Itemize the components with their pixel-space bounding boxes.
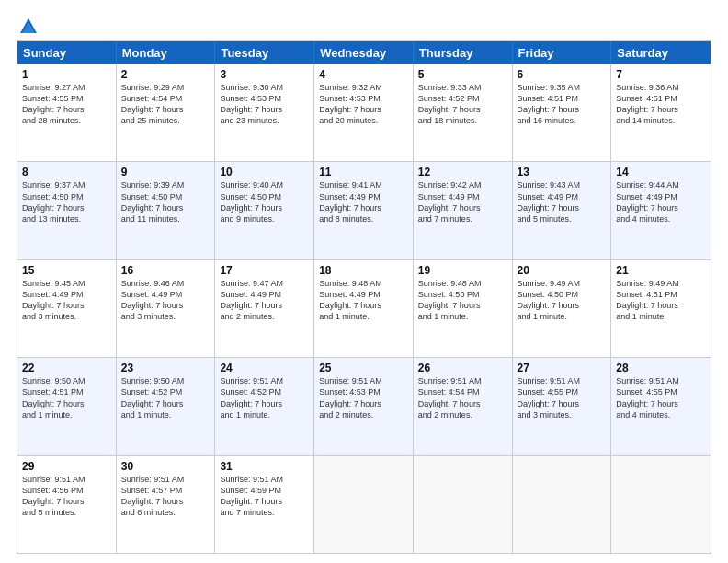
cell-line-2: Daylight: 7 hours xyxy=(121,399,184,408)
cell-line-0: Sunrise: 9:30 AM xyxy=(220,83,283,92)
cell-line-3: and 2 minutes. xyxy=(418,410,472,419)
day-cell-16: 16Sunrise: 9:46 AMSunset: 4:49 PMDayligh… xyxy=(117,260,216,357)
cell-info: Sunrise: 9:51 AMSunset: 4:55 PMDaylight:… xyxy=(616,375,706,420)
day-cell-18: 18Sunrise: 9:48 AMSunset: 4:49 PMDayligh… xyxy=(314,260,414,357)
cell-line-0: Sunrise: 9:27 AM xyxy=(22,83,85,92)
cell-info: Sunrise: 9:51 AMSunset: 4:54 PMDaylight:… xyxy=(418,375,507,420)
day-number: 11 xyxy=(319,166,408,178)
cell-line-1: Sunset: 4:51 PM xyxy=(518,94,579,103)
calendar-row-4: 22Sunrise: 9:50 AMSunset: 4:51 PMDayligh… xyxy=(17,358,711,455)
cell-line-0: Sunrise: 9:39 AM xyxy=(121,180,185,190)
day-cell-30: 30Sunrise: 9:51 AMSunset: 4:57 PMDayligh… xyxy=(117,456,216,553)
cell-line-3: and 3 minutes. xyxy=(22,312,76,321)
cell-line-1: Sunset: 4:49 PM xyxy=(22,290,84,299)
cell-line-3: and 8 minutes. xyxy=(319,214,373,224)
cell-line-2: Daylight: 7 hours xyxy=(319,203,381,213)
cell-line-2: Daylight: 7 hours xyxy=(22,399,85,408)
cell-line-0: Sunrise: 9:51 AM xyxy=(220,376,283,385)
day-number: 5 xyxy=(418,68,507,81)
cell-line-1: Sunset: 4:55 PM xyxy=(22,94,84,103)
day-cell-24: 24Sunrise: 9:51 AMSunset: 4:52 PMDayligh… xyxy=(215,358,314,454)
day-number: 28 xyxy=(616,362,706,374)
cell-line-1: Sunset: 4:53 PM xyxy=(220,94,281,103)
day-cell-6: 6Sunrise: 9:35 AMSunset: 4:51 PMDaylight… xyxy=(513,64,612,161)
calendar-row-1: 1Sunrise: 9:27 AMSunset: 4:55 PMDaylight… xyxy=(17,64,711,162)
calendar-row-2: 8Sunrise: 9:37 AMSunset: 4:50 PMDaylight… xyxy=(17,162,711,259)
cell-line-1: Sunset: 4:53 PM xyxy=(319,94,381,103)
cell-info: Sunrise: 9:51 AMSunset: 4:53 PMDaylight:… xyxy=(319,375,408,420)
cell-info: Sunrise: 9:50 AMSunset: 4:52 PMDaylight:… xyxy=(121,375,210,420)
cell-line-1: Sunset: 4:59 PM xyxy=(220,486,281,495)
header-day-sunday: Sunday xyxy=(17,41,117,64)
cell-info: Sunrise: 9:39 AMSunset: 4:50 PMDaylight:… xyxy=(121,179,210,224)
cell-line-2: Daylight: 7 hours xyxy=(22,497,85,506)
cell-line-3: and 3 minutes. xyxy=(518,410,572,419)
cell-line-0: Sunrise: 9:45 AM xyxy=(22,279,85,288)
cell-line-0: Sunrise: 9:42 AM xyxy=(418,180,482,190)
cell-info: Sunrise: 9:44 AMSunset: 4:49 PMDaylight:… xyxy=(616,179,706,224)
day-number: 31 xyxy=(220,460,309,473)
day-number: 30 xyxy=(121,460,210,473)
day-cell-8: 8Sunrise: 9:37 AMSunset: 4:50 PMDaylight… xyxy=(17,162,117,259)
cell-info: Sunrise: 9:48 AMSunset: 4:49 PMDaylight:… xyxy=(319,278,408,323)
cell-line-2: Daylight: 7 hours xyxy=(220,203,282,213)
day-cell-15: 15Sunrise: 9:45 AMSunset: 4:49 PMDayligh… xyxy=(17,260,117,357)
cell-line-2: Daylight: 7 hours xyxy=(319,399,381,408)
cell-info: Sunrise: 9:27 AMSunset: 4:55 PMDaylight:… xyxy=(22,82,111,127)
cell-line-0: Sunrise: 9:37 AM xyxy=(22,180,85,190)
cell-line-1: Sunset: 4:54 PM xyxy=(121,94,183,103)
cell-info: Sunrise: 9:36 AMSunset: 4:51 PMDaylight:… xyxy=(616,82,706,127)
day-cell-31: 31Sunrise: 9:51 AMSunset: 4:59 PMDayligh… xyxy=(215,456,314,553)
day-number: 21 xyxy=(616,264,706,277)
cell-info: Sunrise: 9:45 AMSunset: 4:49 PMDaylight:… xyxy=(22,278,111,323)
cell-info: Sunrise: 9:51 AMSunset: 4:52 PMDaylight:… xyxy=(220,375,309,420)
cell-line-0: Sunrise: 9:51 AM xyxy=(319,376,382,385)
cell-line-0: Sunrise: 9:46 AM xyxy=(121,279,185,288)
cell-line-2: Daylight: 7 hours xyxy=(121,497,184,506)
cell-line-3: and 4 minutes. xyxy=(616,410,670,419)
cell-line-0: Sunrise: 9:32 AM xyxy=(319,83,382,92)
day-number: 8 xyxy=(22,166,111,178)
cell-line-1: Sunset: 4:57 PM xyxy=(121,486,183,495)
cell-line-2: Daylight: 7 hours xyxy=(22,301,85,310)
cell-info: Sunrise: 9:51 AMSunset: 4:56 PMDaylight:… xyxy=(22,474,111,519)
day-cell-9: 9Sunrise: 9:39 AMSunset: 4:50 PMDaylight… xyxy=(117,162,216,259)
cell-info: Sunrise: 9:51 AMSunset: 4:59 PMDaylight:… xyxy=(220,474,309,519)
day-number: 20 xyxy=(518,264,607,277)
cell-line-3: and 28 minutes. xyxy=(22,116,81,125)
cell-line-2: Daylight: 7 hours xyxy=(518,203,580,213)
cell-line-0: Sunrise: 9:29 AM xyxy=(121,83,185,92)
cell-info: Sunrise: 9:35 AMSunset: 4:51 PMDaylight:… xyxy=(518,82,607,127)
cell-line-3: and 13 minutes. xyxy=(22,214,81,224)
cell-info: Sunrise: 9:51 AMSunset: 4:55 PMDaylight:… xyxy=(518,375,607,420)
cell-line-2: Daylight: 7 hours xyxy=(418,399,481,408)
cell-line-1: Sunset: 4:50 PM xyxy=(22,192,84,201)
day-cell-21: 21Sunrise: 9:49 AMSunset: 4:51 PMDayligh… xyxy=(611,260,711,357)
day-cell-17: 17Sunrise: 9:47 AMSunset: 4:49 PMDayligh… xyxy=(215,260,314,357)
cell-line-1: Sunset: 4:54 PM xyxy=(418,387,480,396)
cell-line-1: Sunset: 4:50 PM xyxy=(121,192,183,201)
cell-line-3: and 1 minute. xyxy=(616,312,666,321)
cell-line-1: Sunset: 4:50 PM xyxy=(220,192,281,201)
day-cell-22: 22Sunrise: 9:50 AMSunset: 4:51 PMDayligh… xyxy=(17,358,117,454)
day-cell-13: 13Sunrise: 9:43 AMSunset: 4:49 PMDayligh… xyxy=(513,162,612,259)
cell-info: Sunrise: 9:50 AMSunset: 4:51 PMDaylight:… xyxy=(22,375,111,420)
day-cell-28: 28Sunrise: 9:51 AMSunset: 4:55 PMDayligh… xyxy=(611,358,711,454)
day-number: 27 xyxy=(518,362,607,374)
cell-line-2: Daylight: 7 hours xyxy=(220,105,282,114)
day-cell-23: 23Sunrise: 9:50 AMSunset: 4:52 PMDayligh… xyxy=(117,358,216,454)
day-cell-2: 2Sunrise: 9:29 AMSunset: 4:54 PMDaylight… xyxy=(117,64,216,161)
cell-line-1: Sunset: 4:49 PM xyxy=(319,192,381,201)
cell-line-0: Sunrise: 9:41 AM xyxy=(319,180,382,190)
cell-line-0: Sunrise: 9:51 AM xyxy=(22,475,85,484)
day-cell-3: 3Sunrise: 9:30 AMSunset: 4:53 PMDaylight… xyxy=(215,64,314,161)
cell-info: Sunrise: 9:46 AMSunset: 4:49 PMDaylight:… xyxy=(121,278,210,323)
cell-line-3: and 1 minute. xyxy=(518,312,568,321)
calendar-header: SundayMondayTuesdayWednesdayThursdayFrid… xyxy=(17,41,711,64)
cell-line-2: Daylight: 7 hours xyxy=(220,497,282,506)
empty-cell xyxy=(314,456,414,553)
cell-line-2: Daylight: 7 hours xyxy=(418,301,481,310)
cell-line-1: Sunset: 4:49 PM xyxy=(616,192,677,201)
cell-line-3: and 3 minutes. xyxy=(121,312,176,321)
day-number: 2 xyxy=(121,68,210,81)
